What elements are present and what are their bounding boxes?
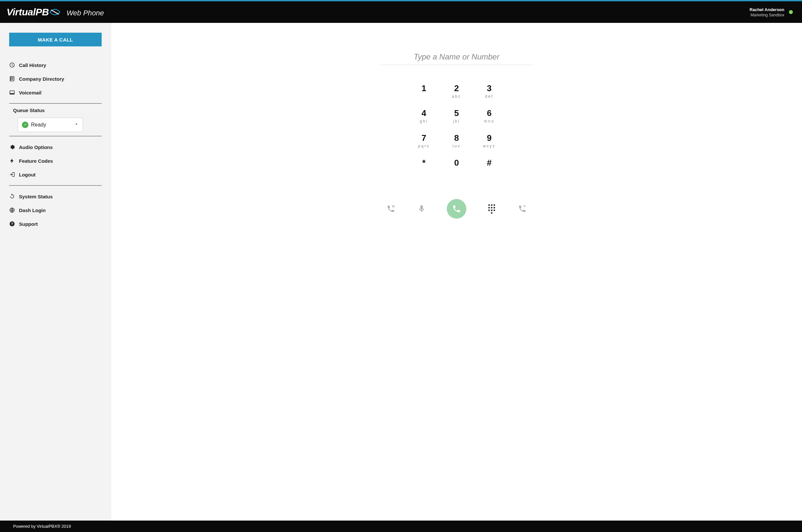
sidebar-item-call-history[interactable]: Call History [9,58,102,72]
refresh-icon [9,193,15,200]
call-action-row [385,199,528,218]
sidebar-item-system-status[interactable]: System Status [9,190,102,203]
chevron-down-icon [74,122,79,128]
svg-rect-7 [392,205,393,208]
phone-forward-icon [518,205,527,213]
queue-status-select[interactable]: Ready [18,118,83,132]
call-button[interactable] [447,199,466,218]
sidebar-item-label: Company Directory [19,76,64,82]
nav-separator [9,136,102,136]
mute-button[interactable] [416,203,427,214]
directory-icon [9,76,15,82]
nav-group-primary: Call History Company Directory Voicemail [9,58,102,99]
svg-text:?: ? [11,222,13,226]
key-9[interactable]: 9wxyz [473,133,505,158]
dialpad-icon [488,204,495,214]
key-2[interactable]: 2abc [440,83,473,108]
nav-separator [9,185,102,186]
sidebar-item-audio-options[interactable]: Audio Options [9,140,102,154]
sidebar-item-company-directory[interactable]: Company Directory [9,72,102,86]
phone-pause-icon [387,205,395,213]
sidebar-item-dash-login[interactable]: Dash Login [9,203,102,217]
make-a-call-button[interactable]: MAKE A CALL [9,33,102,46]
key-3[interactable]: 3def [473,83,505,108]
sidebar-item-label: Voicemail [19,90,41,95]
logo-block: VirtualPB Web Phone [6,6,104,18]
sidebar-item-feature-codes[interactable]: Feature Codes [9,154,102,168]
presence-dot-icon [789,10,793,14]
queue-status-label: Queue Status [13,108,45,113]
app-header: VirtualPB Web Phone Rachel Anderson Mark… [0,1,802,23]
clock-icon [9,62,15,68]
help-icon: ? [9,221,15,227]
queue-status-label-row: Queue Status [9,108,102,113]
brand-logo: VirtualPB [6,6,60,18]
user-name: Rachel Anderson [750,7,784,12]
phone-icon [452,204,461,213]
sidebar-item-label: Feature Codes [19,158,53,164]
queue-status-selected: Ready [31,122,46,128]
dial-input[interactable] [380,52,533,65]
sidebar-item-label: Support [19,221,38,227]
sidebar-item-support[interactable]: ? Support [9,217,102,231]
key-7[interactable]: 7pqrs [407,133,440,158]
key-hash[interactable]: # [473,158,505,183]
keypad-button[interactable] [486,203,497,214]
globe-icon [9,207,15,213]
logo-prefix: Virtual [6,6,36,18]
voicemail-icon [9,90,15,95]
transfer-button[interactable] [517,203,528,214]
mic-icon [417,205,426,213]
gear-icon [9,144,15,150]
dialer-panel: 1 2abc 3def 4ghi 5jkl 6mno 7pqrs 8tuv 9w… [111,23,802,520]
user-subtitle: Marketing Sandbox [750,13,784,17]
key-0[interactable]: 0 [440,158,473,183]
user-info: Rachel Anderson Marketing Sandbox [750,7,784,17]
key-8[interactable]: 8tuv [440,133,473,158]
logo-suffix: PB [36,6,49,18]
logout-icon [9,172,15,177]
footer: Powered by VirtualPBX® 2019 [0,520,802,532]
sidebar-item-logout[interactable]: Logout [9,168,102,182]
svg-rect-2 [10,93,14,94]
bolt-icon [9,158,15,164]
hold-button[interactable] [385,203,397,214]
dialpad: 1 2abc 3def 4ghi 5jkl 6mno 7pqrs 8tuv 9w… [407,83,505,183]
nav-separator [9,103,102,103]
key-star[interactable]: * [407,158,440,183]
sidebar-item-label: Call History [19,62,46,68]
sidebar-item-label: Dash Login [19,208,46,213]
key-4[interactable]: 4ghi [407,108,440,133]
key-6[interactable]: 6mno [473,108,505,133]
nav-group-links: System Status Dash Login ? Support [9,190,102,231]
svg-rect-8 [394,205,395,208]
check-circle-icon [22,121,28,128]
sidebar-item-voicemail[interactable]: Voicemail [9,86,102,99]
sidebar-item-label: Audio Options [19,145,53,150]
logo-swoosh-icon [49,8,60,16]
key-1[interactable]: 1 [407,83,440,108]
footer-text: Powered by VirtualPBX® 2019 [13,524,71,529]
nav-group-settings: Audio Options Feature Codes Logout [9,140,102,182]
key-5[interactable]: 5jkl [440,108,473,133]
sidebar-item-label: System Status [19,194,53,200]
product-name: Web Phone [66,9,104,17]
sidebar: MAKE A CALL Call History Company Directo… [0,23,111,520]
sidebar-item-label: Logout [19,172,36,177]
